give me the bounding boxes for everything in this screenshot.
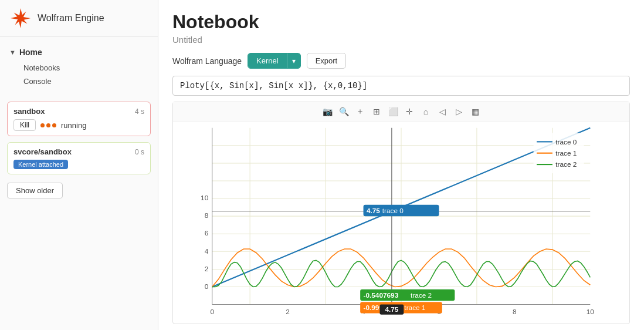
forward-icon[interactable]: ▷	[453, 106, 465, 117]
kernel-dots-sandbox	[40, 123, 56, 127]
kernel-card-sandbox-header: sandbox 4 s	[13, 107, 144, 116]
svg-text:2: 2	[286, 308, 290, 316]
svg-marker-0	[11, 8, 30, 28]
svg-text:trace 0: trace 0	[382, 207, 404, 215]
kernel-cards: sandbox 4 s Kill running svcore/sandbox …	[0, 96, 158, 180]
kernel-card-sandbox-body: Kill running	[13, 119, 144, 131]
kernel-card-svcore: svcore/sandbox 0 s Kernel attached	[7, 142, 151, 174]
svg-text:4.75: 4.75	[367, 207, 380, 215]
export-button[interactable]: Export	[307, 53, 347, 69]
kernel-dropdown-button[interactable]: ▾	[287, 53, 300, 68]
svg-text:trace 2: trace 2	[555, 161, 577, 169]
zoom-icon[interactable]: 🔍	[338, 106, 350, 117]
nav-items: Notebooks Console	[9, 62, 148, 87]
svg-text:trace 2: trace 2	[411, 291, 432, 299]
show-older-button[interactable]: Show older	[7, 183, 63, 198]
svg-text:2: 2	[205, 265, 209, 273]
kernel-time-sandbox: 4 s	[135, 107, 144, 116]
nav-section-home-header[interactable]: ▼ Home	[9, 45, 148, 59]
svg-text:8: 8	[205, 212, 209, 220]
plot-body[interactable]: 0 2 4 6 8 10 0 2 4 6 8 10 +	[173, 122, 629, 324]
dot-1	[40, 123, 45, 127]
svg-text:0: 0	[205, 282, 209, 291]
code-input-text: Ploty[{x, Sin[x], Sin[x x]}, {x,0,10}]	[180, 81, 367, 90]
kernel-time-svcore: 0 s	[135, 148, 144, 156]
plot-container: 📷 🔍 ＋ ⊞ ⬜ ✛ ⌂ ◁ ▷ ▦	[172, 102, 630, 324]
svg-text:4: 4	[205, 247, 209, 255]
plot-svg: 0 2 4 6 8 10 0 2 4 6 8 10 +	[173, 122, 629, 324]
svg-text:trace 1: trace 1	[404, 304, 425, 312]
kernel-attached-badge: Kernel attached	[13, 160, 68, 169]
sidebar-item-console[interactable]: Console	[21, 75, 148, 87]
home-icon[interactable]: ⌂	[420, 106, 432, 117]
svg-text:8: 8	[513, 308, 517, 316]
sidebar: Wolfram Engine ▼ Home Notebooks Console …	[0, 0, 158, 330]
nav-section-home-label: Home	[19, 48, 42, 57]
svg-text:10: 10	[587, 308, 595, 316]
svg-text:6: 6	[205, 230, 209, 238]
svg-text:4.75: 4.75	[385, 306, 398, 314]
dot-3	[52, 123, 56, 127]
svg-text:10: 10	[201, 194, 209, 202]
chevron-down-icon: ▼	[9, 49, 16, 56]
camera-icon[interactable]: 📷	[321, 106, 333, 117]
plus-icon[interactable]: ＋	[354, 106, 366, 117]
kernel-card-svcore-header: svcore/sandbox 0 s	[13, 147, 144, 156]
kernel-button-group: Kernel ▾	[248, 53, 301, 69]
app-title: Wolfram Engine	[38, 13, 104, 23]
kernel-card-sandbox: sandbox 4 s Kill running	[7, 102, 151, 136]
kernel-card-svcore-body: Kernel attached	[13, 160, 144, 169]
plot-toolbar: 📷 🔍 ＋ ⊞ ⬜ ✛ ⌂ ◁ ▷ ▦	[173, 102, 629, 122]
svg-text:0: 0	[210, 308, 214, 316]
page-subtitle: Untitled	[172, 35, 630, 45]
kernel-status-sandbox: running	[61, 121, 86, 130]
wolfram-logo-icon	[9, 7, 32, 29]
kernel-main-button[interactable]: Kernel	[248, 53, 287, 68]
svg-text:trace 1: trace 1	[555, 149, 577, 157]
svg-text:-0.5407693: -0.5407693	[364, 291, 399, 299]
bar-chart-icon[interactable]: ▦	[469, 106, 481, 117]
select-cross-icon[interactable]: ✛	[404, 106, 415, 117]
sidebar-nav: ▼ Home Notebooks Console	[0, 37, 158, 96]
page-title: Notebook	[172, 12, 630, 32]
nav-section-home: ▼ Home Notebooks Console	[0, 43, 158, 90]
kill-button-sandbox[interactable]: Kill	[13, 119, 36, 131]
code-input[interactable]: Ploty[{x, Sin[x], Sin[x x]}, {x,0,10}]	[172, 76, 630, 96]
toolbar-row: Wolfram Language Kernel ▾ Export	[172, 53, 630, 69]
kernel-name-sandbox: sandbox	[13, 107, 45, 116]
sidebar-header: Wolfram Engine	[0, 0, 158, 37]
select-rect-icon[interactable]: ⬜	[387, 106, 399, 117]
dot-2	[46, 123, 50, 127]
lang-label: Wolfram Language	[172, 56, 242, 66]
sidebar-item-notebooks[interactable]: Notebooks	[21, 62, 148, 74]
back-icon[interactable]: ◁	[436, 106, 448, 117]
svg-text:trace 0: trace 0	[555, 138, 577, 146]
main-content: Notebook Untitled Wolfram Language Kerne…	[158, 0, 644, 330]
kernel-name-svcore: svcore/sandbox	[13, 147, 72, 156]
grid-icon[interactable]: ⊞	[371, 106, 382, 117]
